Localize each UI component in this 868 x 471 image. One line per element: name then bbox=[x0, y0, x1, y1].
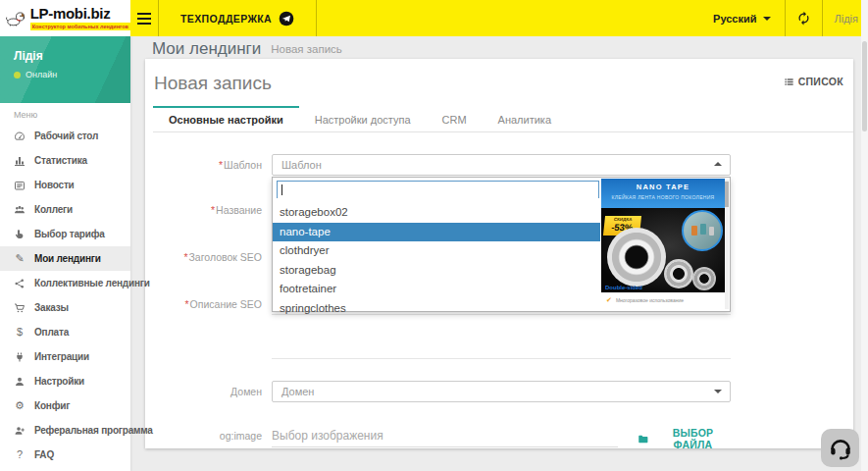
sidebar: Лідія Онлайн Меню Рабочий стол Статистик… bbox=[0, 36, 130, 471]
stats-icon bbox=[13, 155, 26, 167]
page-title: Мои лендинги bbox=[152, 39, 261, 59]
tape-roll-image bbox=[692, 267, 716, 290]
sidebar-item-referral[interactable]: Реферальная программа bbox=[0, 418, 130, 443]
new-record-card: Новая запись СПИСОК Основные настройки Н… bbox=[145, 59, 853, 448]
sidebar-item-news[interactable]: Новости bbox=[0, 173, 130, 197]
template-select[interactable]: Шаблон bbox=[272, 154, 731, 176]
sidebar-item-integrations[interactable]: Интеграции bbox=[0, 344, 130, 369]
domain-field-row: Домен Домен bbox=[145, 381, 853, 402]
page-scrollbar[interactable] bbox=[861, 0, 868, 471]
seo-title-label: *Заголовок SEO bbox=[145, 251, 262, 263]
sidebar-item-payment[interactable]: $ Оплата bbox=[0, 320, 130, 344]
integrations-icon bbox=[13, 351, 26, 363]
list-button[interactable]: СПИСОК bbox=[784, 76, 843, 87]
preview-title: NANO TAPE bbox=[601, 183, 725, 191]
tape-roll-image bbox=[607, 228, 666, 287]
breadcrumb: Новая запись bbox=[271, 43, 342, 55]
template-option-clothdryer[interactable]: clothdryer bbox=[273, 241, 600, 261]
tab-access-settings[interactable]: Настройки доступа bbox=[299, 106, 427, 131]
sidebar-item-settings[interactable]: Настройки bbox=[0, 369, 130, 393]
headset-icon bbox=[828, 436, 853, 461]
list-button-label: СПИСОК bbox=[798, 76, 843, 87]
domain-select-placeholder: Домен bbox=[281, 386, 314, 397]
sidebar-item-tariff[interactable]: Выбор тарифа bbox=[0, 222, 130, 246]
list-icon bbox=[784, 77, 794, 87]
og-image-input[interactable]: Выбор изображения bbox=[272, 424, 618, 447]
seo-description-label: *Описание SEO bbox=[145, 298, 262, 310]
template-search[interactable] bbox=[277, 181, 599, 198]
chevron-down-icon bbox=[714, 390, 722, 393]
language-selector[interactable]: Русский bbox=[699, 0, 784, 36]
online-status-dot bbox=[14, 72, 21, 78]
faq-icon: ? bbox=[13, 449, 26, 460]
refresh-icon bbox=[796, 11, 811, 26]
topbar-divider bbox=[316, 0, 317, 36]
tape-roll-image bbox=[664, 259, 693, 288]
template-option-nano-tape[interactable]: nano-tape bbox=[273, 223, 600, 242]
support-chat-button[interactable] bbox=[821, 429, 859, 467]
sidebar-menu: Рабочий стол Статистика Новости Коллеги … bbox=[0, 124, 130, 467]
tab-crm[interactable]: CRM bbox=[427, 106, 483, 131]
topbar: LP-mobi.biz Конструктор мобильных лендин… bbox=[0, 0, 868, 36]
logo-dog-icon bbox=[5, 6, 26, 31]
template-dropdown: storagebox02 nano-tape clothdryer storag… bbox=[272, 177, 731, 312]
support-label: ТЕХПОДДЕРЖКА bbox=[180, 13, 272, 25]
dashboard-icon bbox=[13, 131, 26, 142]
template-label: *Шаблон bbox=[145, 159, 262, 171]
sidebar-item-colleagues[interactable]: Коллеги bbox=[0, 197, 130, 222]
domain-label: Домен bbox=[145, 386, 262, 397]
preview-feature-row: ✔ Многоразовое использование bbox=[601, 292, 725, 307]
sidebar-item-config[interactable]: ⚙ Конфиг bbox=[0, 393, 130, 418]
preview-inset-photo bbox=[682, 210, 723, 251]
menu-toggle-button[interactable] bbox=[130, 0, 158, 36]
sidebar-item-collective-landings[interactable]: Коллективные лендинги bbox=[0, 271, 130, 295]
telegram-icon bbox=[279, 11, 294, 26]
template-option-springclothes[interactable]: springclothes bbox=[273, 299, 600, 319]
choose-file-label: ВЫБОР ФАЙЛА bbox=[655, 427, 731, 450]
domain-select[interactable]: Домен bbox=[272, 381, 731, 402]
template-option-list: storagebox02 nano-tape clothdryer storag… bbox=[273, 203, 600, 318]
template-option-storagebag[interactable]: storagebag bbox=[273, 261, 600, 281]
required-marker: * bbox=[183, 251, 187, 263]
main-content: Мои лендинги Новая запись Новая запись С… bbox=[130, 36, 868, 471]
sidebar-user-status: Онлайн bbox=[26, 70, 57, 79]
sidebar-item-orders[interactable]: Заказы bbox=[0, 295, 130, 320]
og-image-label: og:image bbox=[145, 430, 262, 442]
user-panel: Лідія Онлайн bbox=[0, 36, 130, 103]
referral-icon bbox=[13, 425, 26, 437]
tab-main-settings[interactable]: Основные настройки bbox=[153, 106, 299, 131]
sidebar-item-statistics[interactable]: Статистика bbox=[0, 148, 130, 173]
language-label: Русский bbox=[713, 13, 756, 25]
template-field-row: *Шаблон Шаблон bbox=[145, 154, 853, 176]
og-image-placeholder: Выбор изображения bbox=[272, 429, 383, 443]
tab-analytics[interactable]: Аналитика bbox=[483, 106, 567, 131]
sidebar-item-my-landings[interactable]: ✎ Мои лендинги bbox=[0, 246, 130, 271]
choose-file-button[interactable]: ВЫБОР ФАЙЛА bbox=[638, 427, 731, 450]
orders-icon bbox=[13, 302, 26, 314]
folder-icon bbox=[638, 433, 649, 445]
colleagues-icon bbox=[13, 204, 26, 216]
required-marker: * bbox=[219, 159, 223, 171]
refresh-button[interactable] bbox=[786, 0, 822, 36]
logo[interactable]: LP-mobi.biz Конструктор мобильных лендин… bbox=[0, 0, 130, 36]
chevron-up-icon bbox=[714, 162, 722, 166]
text-cursor bbox=[281, 184, 282, 195]
payment-icon: $ bbox=[13, 327, 26, 338]
card-title: Новая запись bbox=[154, 73, 272, 94]
app-root: LP-mobi.biz Конструктор мобильных лендин… bbox=[0, 0, 868, 471]
news-icon bbox=[13, 180, 26, 191]
page-scrollbar-thumb[interactable] bbox=[862, 41, 867, 131]
og-image-field-row: og:image Выбор изображения ВЫБОР ФАЙЛА bbox=[145, 424, 853, 447]
form-divider bbox=[272, 358, 731, 359]
template-preview: NANO TAPE КЛЕЙКАЯ ЛЕНТА НОВОГО ПОКОЛЕНИЯ… bbox=[601, 179, 725, 307]
sidebar-item-faq[interactable]: ? FAQ bbox=[0, 443, 130, 467]
template-option-storagebox02[interactable]: storagebox02 bbox=[273, 203, 600, 223]
support-button[interactable]: ТЕХПОДДЕРЖКА bbox=[159, 0, 316, 36]
sidebar-item-dashboard[interactable]: Рабочий стол bbox=[0, 124, 130, 148]
settings-icon bbox=[13, 376, 26, 388]
dropdown-scrollbar-thumb[interactable] bbox=[725, 182, 729, 207]
collective-landings-icon bbox=[13, 278, 26, 289]
dropdown-scrollbar[interactable] bbox=[725, 180, 729, 309]
template-search-input[interactable] bbox=[278, 183, 598, 199]
template-option-footretainer[interactable]: footretainer bbox=[273, 280, 600, 299]
